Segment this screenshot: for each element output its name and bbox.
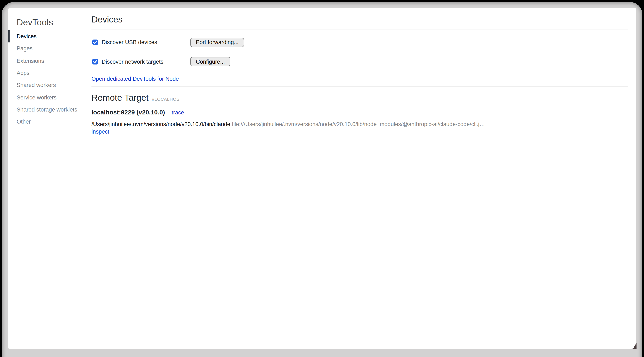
screen: DevTools Devices Pages Extensions Apps	[0, 0, 644, 357]
sidebar-nav: Devices Pages Extensions Apps Shared wor…	[17, 30, 92, 128]
divider	[92, 29, 628, 30]
sidebar-item-apps[interactable]: Apps	[17, 67, 92, 79]
sidebar-item-label: Other	[17, 119, 31, 125]
target-path-row: /Users/jinhuilee/.nvm/versions/node/v20.…	[92, 121, 628, 128]
sidebar-item-pages[interactable]: Pages	[17, 43, 92, 55]
sidebar-item-label: Service workers	[17, 94, 56, 101]
checkmark-icon	[93, 40, 97, 44]
checkmark-icon	[93, 60, 97, 64]
discover-network-option[interactable]: Discover network targets	[92, 59, 190, 65]
configure-button[interactable]: Configure...	[190, 57, 230, 66]
devtools-window: DevTools Devices Pages Extensions Apps	[8, 8, 636, 348]
resize-grip-icon[interactable]	[633, 343, 636, 349]
sidebar-item-shared-storage-worklets[interactable]: Shared storage worklets	[17, 104, 92, 116]
remote-target-title: Remote Target	[92, 92, 149, 103]
target-file-url: file:///Users/jinhuilee/.nvm/versions/no…	[232, 121, 485, 127]
target-actions-row: inspect	[92, 128, 628, 135]
sidebar-item-label: Shared workers	[17, 82, 56, 88]
trace-link[interactable]: trace	[172, 109, 184, 117]
node-devtools-row: Open dedicated DevTools for Node	[92, 75, 628, 82]
discover-usb-row: Discover USB devices Port forwarding...	[92, 38, 628, 47]
sidebar-item-service-workers[interactable]: Service workers	[17, 91, 92, 104]
open-node-devtools-link[interactable]: Open dedicated DevTools for Node	[92, 76, 179, 82]
sidebar-item-label: Extensions	[17, 58, 44, 64]
app-title: DevTools	[17, 18, 92, 28]
sidebar: DevTools Devices Pages Extensions Apps	[8, 8, 92, 348]
inspect-link[interactable]: inspect	[92, 128, 109, 135]
sidebar-item-devices[interactable]: Devices	[17, 30, 92, 43]
discover-usb-checkbox[interactable]	[92, 40, 98, 45]
discover-usb-option[interactable]: Discover USB devices	[92, 39, 190, 45]
port-forwarding-button[interactable]: Port forwarding...	[190, 38, 244, 47]
sidebar-item-shared-workers[interactable]: Shared workers	[17, 79, 92, 91]
remote-target-header: Remote Target #LOCALHOST	[92, 92, 628, 103]
target-name: localhost:9229 (v20.10.0)	[92, 108, 165, 117]
page-title: Devices	[92, 14, 628, 25]
sidebar-item-other[interactable]: Other	[17, 116, 92, 128]
sidebar-item-label: Devices	[17, 33, 36, 40]
divider	[92, 86, 628, 87]
sidebar-item-label: Pages	[17, 46, 33, 52]
target-path: /Users/jinhuilee/.nvm/versions/node/v20.…	[92, 121, 230, 127]
sidebar-item-label: Apps	[17, 70, 30, 76]
discover-usb-label: Discover USB devices	[102, 39, 157, 45]
sidebar-item-label: Shared storage worklets	[17, 107, 77, 113]
sidebar-item-extensions[interactable]: Extensions	[17, 55, 92, 67]
discover-network-checkbox[interactable]	[92, 59, 98, 65]
localhost-tag: #LOCALHOST	[152, 97, 182, 102]
active-indicator-bar	[8, 30, 10, 43]
main-panel: Devices Discover USB devices Port forwar…	[92, 8, 636, 348]
discover-network-label: Discover network targets	[102, 59, 164, 65]
target-name-row: localhost:9229 (v20.10.0) trace	[92, 108, 628, 117]
discover-network-row: Discover network targets Configure...	[92, 57, 628, 66]
